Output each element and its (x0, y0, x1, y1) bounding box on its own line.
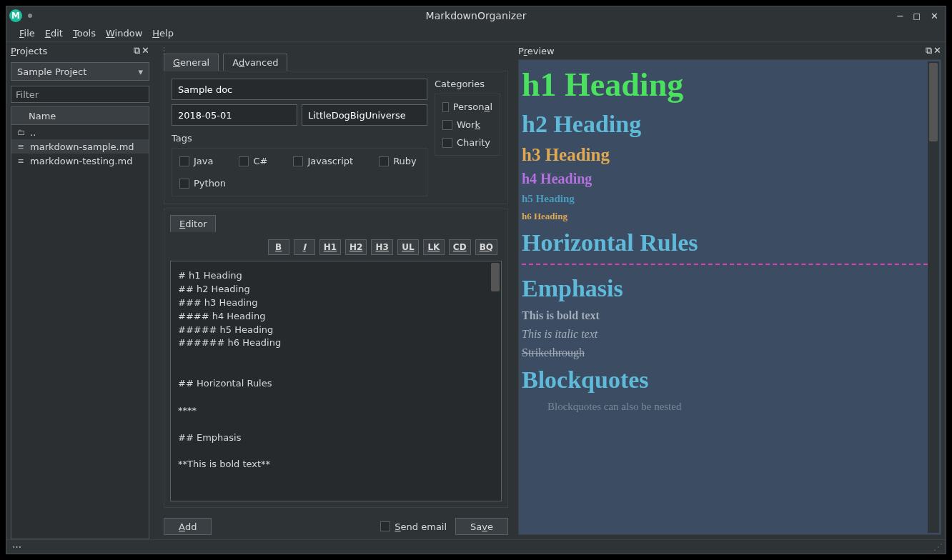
window-title: MarkdownOrganizer (6, 10, 946, 21)
title-input[interactable]: Sample doc (172, 79, 427, 100)
meta-box: Sample doc 2018-05-01 LittleDogBigUniver… (164, 71, 508, 204)
pv-italic-text: This is italic text (522, 328, 928, 341)
menu-file[interactable]: File (19, 28, 35, 39)
btn-italic[interactable]: I (294, 239, 315, 255)
file-icon: ≡ (16, 142, 26, 151)
pv-strike-text: Strikethrough (522, 346, 928, 359)
menu-help[interactable]: Help (152, 28, 174, 39)
close-icon[interactable]: ✕ (931, 11, 938, 21)
editor-textarea[interactable]: # h1 Heading ## h2 Heading ### h3 Headin… (170, 261, 502, 501)
preview-panel: Preview ⧉ ✕ h1 Heading h2 Heading h3 Hea… (514, 42, 946, 539)
pv-hrule (522, 264, 928, 265)
file-row[interactable]: ≡markdown-sample.md (11, 139, 149, 154)
modified-dot-icon (28, 14, 32, 18)
pv-h6: h6 Heading (522, 211, 928, 222)
pv-h3: h3 Heading (522, 145, 928, 165)
tags-box: Java C# Javascript Ruby Python (172, 148, 427, 196)
pv-h5: h5 Heading (522, 193, 928, 205)
cat-personal[interactable]: Personal (442, 101, 492, 112)
close-panel-icon[interactable]: ✕ (142, 45, 149, 56)
editor-scrollbar[interactable] (491, 263, 500, 291)
btn-blockquote[interactable]: BQ (475, 239, 497, 255)
detach-icon[interactable]: ⧉ (134, 45, 140, 56)
pv-bq-text: Blockquotes can also be nested (547, 401, 928, 413)
app-window: M MarkdownOrganizer ─ ◻ ✕ File Edit Tool… (6, 6, 946, 554)
pv-hr: Horizontal Rules (522, 229, 928, 256)
tag-csharp[interactable]: C# (239, 156, 267, 166)
close-panel-icon[interactable]: ✕ (933, 45, 941, 56)
minimize-icon[interactable]: ─ (897, 11, 903, 21)
resize-grip-icon[interactable]: ⋰ (933, 541, 943, 552)
file-row[interactable]: ≡markdown-testing.md (11, 154, 149, 168)
center-panel: ⋮ General Advanced Sample doc 2018-05-01… (154, 42, 514, 539)
menu-window[interactable]: Window (106, 28, 142, 39)
detach-icon[interactable]: ⧉ (926, 45, 932, 56)
cat-charity[interactable]: Charity (442, 137, 492, 148)
btn-h1[interactable]: H1 (319, 239, 341, 255)
projects-panel: Projects ⧉ ✕ Sample Project Filter Name … (6, 42, 154, 539)
file-column-name[interactable]: Name (11, 106, 149, 125)
btn-code[interactable]: CD (449, 239, 471, 255)
pv-h1: h1 Heading (522, 66, 928, 104)
tag-ruby[interactable]: Ruby (379, 156, 417, 166)
preview-body[interactable]: h1 Heading h2 Heading h3 Heading h4 Head… (518, 59, 941, 535)
btn-h2[interactable]: H2 (345, 239, 367, 255)
menubar: File Edit Tools Window Help (6, 25, 946, 42)
preview-header: Preview (518, 46, 555, 56)
status-icon: ⋯ (12, 541, 21, 552)
titlebar: M MarkdownOrganizer ─ ◻ ✕ (6, 6, 946, 25)
btn-ul[interactable]: UL (397, 239, 419, 255)
categories-label: Categories (435, 79, 500, 89)
pv-emphasis: Emphasis (522, 275, 928, 302)
tab-editor[interactable]: Editor (170, 215, 216, 232)
pv-h4: h4 Heading (522, 171, 928, 187)
save-button[interactable]: Save (455, 518, 508, 535)
categories-box: Personal Work Charity (435, 94, 500, 156)
projects-header: Projects (11, 46, 47, 56)
statusbar: ⋯ ⋰ (6, 539, 946, 554)
menu-tools[interactable]: Tools (73, 28, 96, 39)
preview-scrollbar[interactable] (928, 61, 939, 533)
tag-python[interactable]: Python (179, 178, 226, 189)
app-icon: M (9, 9, 22, 22)
pv-bold-text: This is bold text (522, 309, 928, 322)
add-button[interactable]: Add (164, 518, 212, 535)
tab-advanced[interactable]: Advanced (223, 54, 287, 71)
author-input[interactable]: LittleDogBigUniverse (302, 104, 427, 126)
filter-input[interactable]: Filter (11, 86, 149, 103)
btn-h3[interactable]: H3 (371, 239, 392, 255)
date-input[interactable]: 2018-05-01 (172, 104, 297, 126)
file-up[interactable]: 🗀.. (11, 125, 149, 139)
project-select[interactable]: Sample Project (11, 62, 149, 81)
pv-h2: h2 Heading (522, 111, 928, 138)
maximize-icon[interactable]: ◻ (913, 11, 921, 21)
editor-toolbar: B I H1 H2 H3 UL LK CD BQ (170, 236, 502, 261)
cat-work[interactable]: Work (442, 119, 492, 130)
splitter-handle[interactable]: ⋮ (158, 46, 514, 54)
tag-javascript[interactable]: Javascript (293, 156, 353, 166)
folder-icon: 🗀 (16, 128, 26, 137)
file-icon: ≡ (16, 156, 26, 166)
pv-blockquotes: Blockquotes (522, 366, 928, 394)
btn-bold[interactable]: B (268, 239, 289, 255)
file-list: 🗀.. ≡markdown-sample.md ≡markdown-testin… (11, 125, 149, 539)
menu-edit[interactable]: Edit (45, 28, 63, 39)
btn-link[interactable]: LK (423, 239, 445, 255)
tab-general[interactable]: General (164, 54, 219, 71)
send-email-checkbox[interactable]: Send email (380, 521, 447, 532)
tag-java[interactable]: Java (179, 156, 213, 166)
tags-label: Tags (172, 133, 427, 144)
editor-section: Editor B I H1 H2 H3 UL LK CD BQ # h1 Hea… (164, 209, 508, 508)
